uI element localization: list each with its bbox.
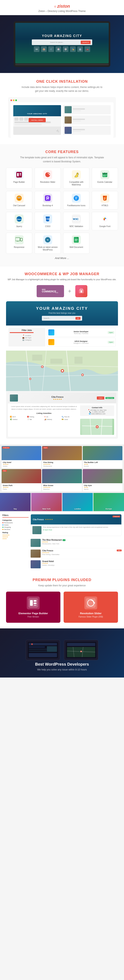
demo-card-1 [63, 105, 111, 114]
svg-point-8 [78, 174, 78, 175]
svg-rect-82 [34, 605, 36, 606]
svg-rect-97 [67, 643, 95, 646]
feature-label-w3c: W3C Validation [69, 225, 83, 228]
hero-city-text: YOUR AMAZING CITY [42, 34, 82, 38]
svg-point-23 [19, 197, 20, 198]
core-features-title: CORE FEATURES [6, 150, 118, 154]
svg-rect-15 [105, 175, 105, 175]
svg-text:COMMERCE: COMMERCE [42, 290, 56, 293]
feature-fontawesome: F FontAwesome Icons [63, 191, 89, 210]
listing-card-2[interactable]: Open Fine Dining ★★★★★ Restaurants [42, 446, 82, 468]
feature-mailchimp: Compatible with Mailchimp [63, 168, 89, 189]
list-item-row-3[interactable]: Grand Hotel ★★★★ Hotels • Brooklyn [31, 559, 122, 570]
svg-rect-81 [34, 603, 36, 604]
travel-item-london[interactable]: London [63, 493, 93, 511]
svg-rect-1 [17, 173, 19, 176]
core-features-desc: The template looks great and it will app… [20, 156, 104, 163]
svg-rect-62 [50, 359, 63, 364]
listing-detail-card: Cita Fresco ★★★★★ Claim Open Now Lorem i… [8, 393, 116, 437]
listing-card-1[interactable]: Featured City Hotel ★★★★ Hotels [2, 446, 41, 468]
css3-icon: CSS3 [43, 215, 52, 223]
svg-text:F: F [75, 197, 77, 200]
listing-card-5[interactable]: Blue Ocean ★★★★★ Beaches [42, 469, 82, 491]
feature-label-page-builder: Page Builder [13, 181, 25, 183]
google-font-icon [100, 215, 109, 223]
feature-label-owl-carousel: Owl Carousel [13, 204, 25, 207]
install-demo-button[interactable]: INSTALL DEMO [28, 118, 46, 122]
jquery-icon: jQuery [15, 215, 24, 223]
svg-rect-16 [106, 175, 107, 175]
page-builder-icon [15, 170, 24, 179]
svg-rect-43 [75, 239, 78, 239]
svg-rect-11 [102, 173, 107, 174]
listing-amenities-title: Listing Amenities [10, 412, 78, 414]
demo-preview-left: YOUR AMAZING CITY INSTALL DEMO ↖ [13, 105, 61, 135]
list-item-category-2: Fine Dining • Manhattan [42, 554, 115, 555]
new-label: New [117, 550, 122, 551]
listing-stars: ★★★★★ [19, 398, 96, 400]
revolution-plugin-name: Revolution Slider [80, 612, 102, 615]
woocommerce-section: WOOCOMMERCE & WP JOB MANAGER WP Job Mana… [0, 266, 124, 445]
wp-job-manager-logo [75, 285, 87, 297]
list-item-row-1[interactable]: The Blue Restaurant✓ ★★★★ Restaurants • … [31, 538, 122, 548]
card-stars-2: ★★★★★ [43, 463, 80, 465]
laptop-base [15, 64, 109, 65]
feature-label-css3: CSS3 [45, 225, 50, 228]
feature-responsive: Responsive [6, 233, 32, 254]
site-tagline: Ziston – Directory Listing WordPress The… [2, 10, 122, 13]
feature-wordpress: W Work on latest version WordPress [35, 233, 61, 254]
svg-rect-61 [32, 355, 42, 361]
featured-listing-row[interactable]: Cita Fresco ★★★★★ Featured Fine dining e… [31, 514, 122, 536]
travel-item-hey[interactable]: hey [0, 493, 31, 511]
cat-icon-8: 🚗 [85, 46, 90, 52]
svg-rect-36 [17, 241, 18, 242]
plugins-grid: Elementor Page Builder Free Version Revo… [6, 592, 118, 623]
owl-carousel-icon [15, 194, 24, 203]
listing-card-4[interactable]: New Green Park ★★★★ Parks [2, 469, 41, 491]
svg-rect-45 [75, 240, 77, 241]
listing-main-list: Cita Fresco ★★★★★ Featured Fine dining e… [31, 514, 122, 570]
listing-card-3[interactable]: The Builder Loft ★★★ Events [83, 446, 122, 468]
feature-label-bootstrap: Bootstrap 4 [42, 204, 53, 207]
svg-point-77 [96, 426, 97, 428]
svg-rect-35 [20, 238, 22, 241]
svg-text:3: 3 [49, 220, 50, 221]
search-placeholder: Search for places... [33, 41, 81, 43]
travel-label-newyork: New York [31, 508, 62, 510]
feature-bootstrap: Bootstrap 4 [35, 191, 61, 210]
listing-card-6[interactable]: City Gym ★★★ Sports [83, 469, 122, 491]
svg-point-22 [18, 197, 19, 198]
svg-rect-44 [75, 240, 77, 240]
list-item-category-3: Hotels • Brooklyn [42, 564, 122, 566]
revolution-plugin-icon [84, 597, 97, 609]
hero-search-button[interactable]: SEARCH [81, 41, 91, 44]
svg-point-7 [77, 173, 78, 174]
cat-icon-5: ⚽ [63, 46, 68, 52]
list-item-rating-1: ★★★★ [42, 541, 122, 543]
svg-rect-78 [28, 598, 38, 608]
cat-icon-3: 🛒 [48, 46, 54, 52]
plugins-desc: Keep update them for your great experien… [20, 584, 104, 587]
svg-rect-18 [105, 176, 105, 176]
mailchimp-icon [72, 170, 81, 179]
claim-button[interactable]: Claim [97, 396, 104, 399]
svg-rect-2 [19, 173, 21, 174]
job-listings-area: Filter Jobs 📍 Location 💼 Job Type 🏢 Cate… [6, 326, 118, 351]
svg-text:jQuery: jQuery [16, 218, 22, 220]
elementor-plugin-icon [27, 597, 40, 609]
html5-icon [100, 194, 109, 203]
cursor-icon: ↖ [56, 128, 59, 133]
listing-amenities-grid: 📶Wi-Fi 🅿Parking ❄AC 🐾Pets OK 🌿Outdoor 🍸B… [10, 416, 78, 420]
bootstrap-icon [43, 194, 52, 203]
feature-jquery: jQuery Jquery [6, 212, 32, 230]
feature-label-google-font: Google Font [99, 225, 110, 228]
travel-item-europe[interactable]: Europe [93, 493, 124, 511]
svg-text:LTD: LTD [56, 292, 58, 293]
list-item-row-2[interactable]: Cita Fresco ★★★★★ Fine Dining • Manhatta… [31, 548, 122, 559]
open-now-badge: Open Now [105, 397, 114, 399]
window-maximize-dot [15, 99, 17, 101]
svg-rect-13 [106, 172, 106, 173]
travel-item-newyork[interactable]: New York [31, 493, 62, 511]
svg-rect-91 [29, 651, 47, 652]
revolution-slider-icon [43, 170, 52, 179]
